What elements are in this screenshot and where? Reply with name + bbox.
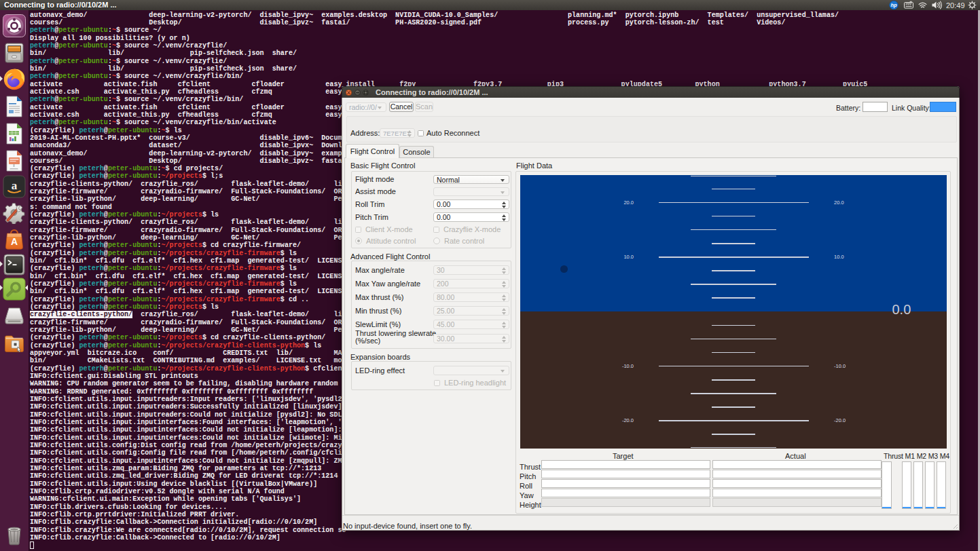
svg-text:A: A bbox=[11, 236, 18, 247]
svg-text:hp: hp bbox=[890, 2, 897, 8]
svg-text:a: a bbox=[12, 179, 18, 192]
